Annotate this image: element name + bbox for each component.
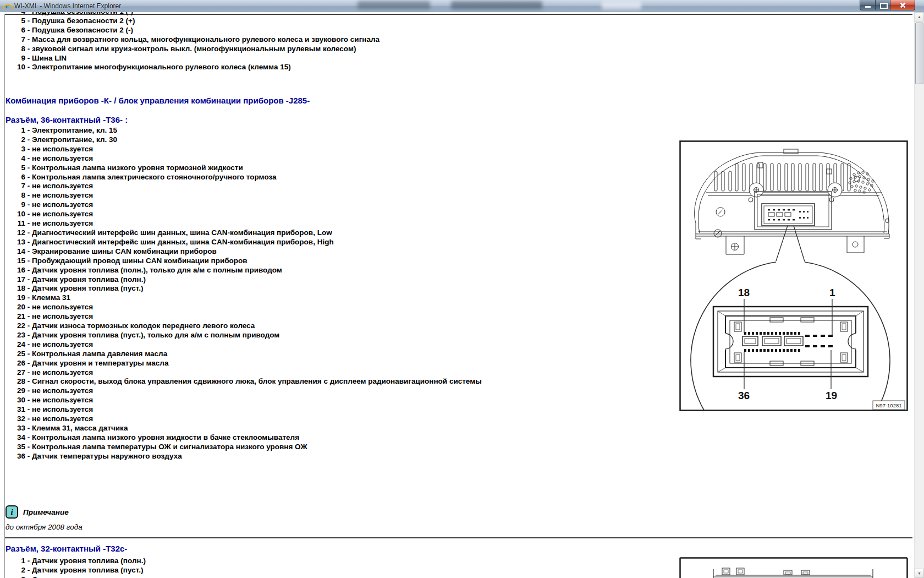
title-bar[interactable]: e WI-XML - Windows Internet Explorer — [0, 0, 924, 13]
pin-description: не используется — [32, 145, 93, 153]
connector-figure: 18 1 36 19 N97-10281 — [679, 140, 908, 411]
pin-row: 24-не используется — [0, 340, 482, 350]
pin-description: Датчик уровня топлива — [32, 575, 119, 578]
pin-dash: - — [25, 247, 32, 257]
pin-row: 1-Датчик уровня топлива (полн.) — [0, 557, 146, 566]
pin-row: 23-Датчик уровня топлива (пуст.), только… — [0, 331, 482, 340]
pin-description: Сигнал скорости, выход блока управления … — [32, 377, 482, 385]
pin-description: не используется — [32, 219, 93, 227]
pin-dash: - — [25, 312, 32, 321]
pin-row: 2-Электропитание, кл. 30 — [0, 135, 482, 145]
pin-dash: - — [25, 35, 32, 45]
pin-dash: - — [25, 63, 32, 72]
pin-description: Датчик уровня топлива (пуст.) — [32, 566, 143, 574]
pin-dash: - — [25, 126, 32, 135]
pin-row: 3-Датчик уровня топлива — [0, 575, 146, 578]
pin-number: 30 — [0, 396, 25, 405]
pin-row: 8-не используется — [0, 191, 482, 200]
pin-row: 27-не используется — [0, 368, 482, 378]
pin-dash: - — [25, 182, 32, 191]
pin-row: 10-Электропитание многофункционального р… — [0, 63, 380, 72]
pin-number: 6 — [0, 173, 25, 182]
censored-titlebar-text — [358, 1, 430, 9]
pin-dash: - — [25, 566, 32, 575]
pin-number: 5 — [0, 17, 25, 26]
pin-description: не используется — [32, 191, 93, 199]
scroll-down-button[interactable]: ▼ — [915, 569, 924, 578]
pin-row: 2-Датчик уровня топлива (пуст.) — [0, 566, 146, 575]
pin-description: не используется — [32, 303, 93, 311]
pin-dash: - — [25, 135, 32, 145]
vertical-scrollbar[interactable]: ▲ ▼ — [914, 12, 924, 578]
pin-description: Датчик уровня и температуры масла — [32, 359, 168, 367]
pin-description: Шина LIN — [32, 54, 67, 62]
pin-dash: - — [25, 359, 32, 368]
pin-dash: - — [25, 12, 32, 17]
window-title: WI-XML - Windows Internet Explorer — [14, 2, 121, 10]
pin-dash: - — [25, 191, 32, 200]
pin-number: 26 — [0, 359, 25, 368]
pin-dash: - — [25, 284, 32, 293]
pin-description: Подушка безопасности 2 (-) — [32, 26, 133, 34]
scroll-up-button[interactable]: ▲ — [915, 12, 924, 21]
t36-pin-list: 1-Электропитание, кл. 15 2-Электропитани… — [0, 126, 482, 461]
pin-dash: - — [25, 321, 32, 331]
pin-row: 5-Подушка безопасности 2 (+) — [0, 17, 380, 26]
pin-number: 18 — [0, 284, 25, 293]
pin-description: Датчик уровня топлива (полн.) — [32, 275, 146, 283]
pin-number: 7 — [0, 35, 25, 45]
pin-number: 14 — [0, 247, 25, 257]
pin-number: 21 — [0, 312, 25, 321]
pin-number: 17 — [0, 275, 25, 285]
pin-dash: - — [25, 340, 32, 350]
maximize-button[interactable] — [875, 0, 890, 10]
pin-dash: - — [25, 396, 32, 405]
pin-row: 7-Масса для возвратного кольца, многофун… — [0, 35, 380, 45]
pin-number: 35 — [0, 443, 25, 452]
pin-dash: - — [25, 368, 32, 378]
pin-row: 11-не используется — [0, 219, 482, 228]
pin-description: Диагностический интерфейс шин данных, ши… — [32, 228, 332, 237]
pin-description: Контрольная лампа низкого уровня жидкост… — [32, 433, 299, 441]
pin-row: 22-Датчик износа тормозных колодок перед… — [0, 321, 482, 331]
pin-dash: - — [25, 26, 32, 35]
note-title: Примечание — [23, 508, 69, 516]
pin-dash: - — [25, 575, 32, 578]
pin-row: 28-Сигнал скорости, выход блока управлен… — [0, 377, 482, 386]
document-content: 4-Подушка безопасности 1 (-) 5-Подушка б… — [0, 12, 915, 578]
pin-dash: - — [25, 45, 32, 54]
censored-titlebar-text — [602, 1, 641, 9]
pin-label-19: 19 — [826, 390, 837, 401]
t36-connector-heading: Разъём, 36-контактный -Т36- : — [6, 115, 128, 124]
pin-dash: - — [25, 145, 32, 154]
pin-description: Электропитание, кл. 30 — [32, 135, 117, 144]
t32c-figure-partial — [679, 557, 908, 578]
pin-number: 12 — [0, 228, 25, 238]
close-button[interactable] — [890, 0, 915, 10]
pin-row: 32-не используется — [0, 415, 482, 424]
t32-connector-heading: Разъём, 32-контактный -Т32с- — [6, 544, 127, 553]
pin-row: 26-Датчик уровня и температуры масла — [0, 359, 482, 368]
scroll-thumb[interactable] — [915, 23, 923, 84]
pin-description: не используется — [32, 396, 93, 404]
pin-description: Диагностический интерфейс шин данных, ши… — [32, 238, 334, 246]
pin-dash: - — [25, 275, 32, 285]
pin-description: не используется — [32, 182, 93, 190]
pin-number: 33 — [0, 424, 25, 433]
pin-number: 31 — [0, 405, 25, 415]
pin-number: 2 — [0, 566, 25, 575]
pin-description: Клемма 31, масса датчика — [32, 424, 128, 432]
pin-dash: - — [25, 54, 32, 63]
pin-dash: - — [25, 154, 32, 163]
pin-number: 24 — [0, 340, 25, 350]
pin-dash: - — [25, 557, 32, 566]
minimize-button[interactable] — [860, 0, 876, 10]
pin-row: 19-Клемма 31 — [0, 293, 482, 303]
pin-dash: - — [25, 377, 32, 386]
pin-description: Пробуждающий провод шины CAN комбинации … — [32, 257, 248, 265]
pin-number: 23 — [0, 331, 25, 340]
pin-number: 9 — [0, 200, 25, 210]
pin-number: 10 — [0, 63, 25, 72]
pin-dash: - — [25, 443, 32, 452]
pin-row: 13-Диагностический интерфейс шин данных,… — [0, 238, 482, 247]
